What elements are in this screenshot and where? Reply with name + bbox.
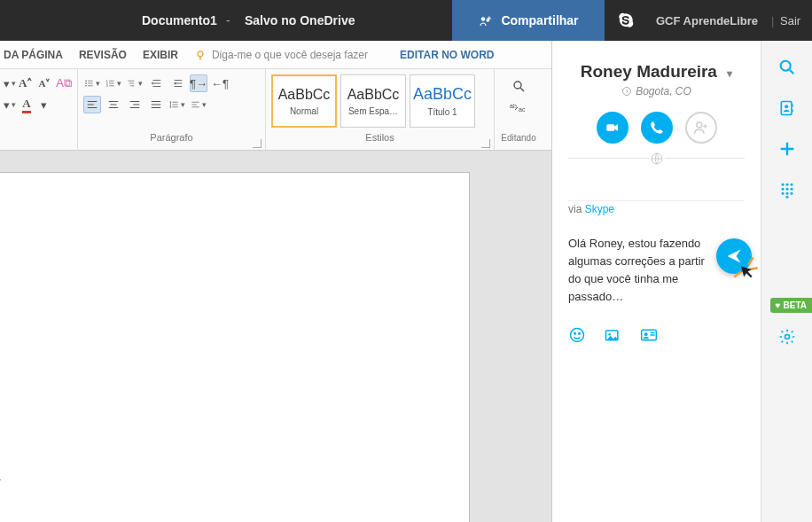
svg-text:3: 3 — [106, 84, 108, 88]
style-normal[interactable]: AaBbCc Normal — [271, 74, 337, 128]
svg-point-0 — [481, 17, 486, 21]
svg-point-27 — [785, 183, 788, 186]
align-left-button[interactable] — [83, 96, 101, 113]
title-separator: - — [226, 13, 230, 27]
svg-point-16 — [571, 328, 584, 341]
paragraph-dialog-launcher[interactable] — [253, 139, 262, 148]
rail-contacts-button[interactable] — [777, 97, 798, 119]
contact-location-text: Bogota, CO — [636, 85, 691, 97]
font-color-chevron[interactable]: ▾ — [39, 96, 48, 113]
style-heading1[interactable]: AaBbCc Título 1 — [410, 74, 475, 128]
contact-card-button[interactable] — [639, 326, 657, 344]
document-text-fragment: a infância — [0, 470, 1, 483]
align-right-button[interactable] — [126, 96, 144, 113]
misc-dropdown[interactable]: ▾ — [5, 96, 14, 113]
video-call-button[interactable] — [597, 112, 629, 144]
message-composer: via Skype Olá Roney, estou fazendo algum… — [568, 203, 745, 307]
globe-icon — [649, 151, 665, 167]
styles-group-label: Estilos — [271, 132, 488, 144]
style-name: Sem Espa… — [341, 106, 405, 116]
document-stage: gital 9 a infância idade — [0, 151, 551, 522]
skype-link[interactable]: Skype — [585, 203, 614, 215]
find-button[interactable] — [508, 78, 529, 94]
phone-icon — [650, 121, 664, 135]
rail-search-button[interactable] — [777, 57, 798, 78]
chevron-down-icon: ▾ — [727, 67, 732, 80]
tell-me-search[interactable]: Diga-me o que você deseja fazer — [194, 49, 368, 61]
styles-dialog-launcher[interactable] — [481, 139, 490, 148]
add-contact-button[interactable] — [685, 112, 717, 144]
share-label: Compartilhar — [501, 13, 578, 27]
svg-point-29 — [781, 188, 784, 191]
svg-point-5 — [85, 85, 87, 87]
grow-font-button[interactable]: A˄ — [18, 74, 34, 92]
svg-point-32 — [781, 192, 784, 195]
numbering-button[interactable]: 123 — [105, 74, 122, 92]
style-sample: AaBbCc — [413, 85, 472, 104]
font-size-dropdown[interactable]: ▾ — [5, 74, 14, 92]
shrink-font-button[interactable]: A˅ — [37, 74, 51, 92]
svg-point-26 — [781, 183, 784, 186]
multilevel-list-button[interactable] — [126, 74, 144, 92]
svg-point-9 — [514, 82, 521, 89]
document-page[interactable]: gital 9 a infância idade — [0, 172, 470, 522]
svg-point-20 — [608, 332, 611, 335]
save-status: Salvo no OneDrive — [245, 13, 355, 27]
font-color-button[interactable]: A — [18, 96, 35, 113]
style-no-spacing[interactable]: AaBbCc Sem Espa… — [340, 74, 406, 128]
editing-group-label: Editando — [501, 133, 535, 144]
rtl-direction-button[interactable]: ←¶ — [211, 74, 229, 92]
ribbon-group-styles: AaBbCc Normal AaBbCc Sem Espa… AaBbCc Tí… — [266, 69, 495, 150]
title-bar: Documento1 - Salvo no OneDrive Compartil… — [0, 0, 812, 41]
rail-settings-button[interactable] — [777, 326, 798, 347]
message-text[interactable]: Olá Roney, estou fazendo algumas correçõ… — [568, 235, 710, 307]
paragraph-group-label: Parágrafo — [83, 132, 260, 144]
line-spacing-button[interactable] — [168, 96, 186, 113]
svg-point-4 — [85, 82, 87, 84]
style-sample: AaBbCc — [278, 87, 331, 103]
special-indent-button[interactable] — [190, 96, 207, 113]
ribbon-group-font: ▾ A˄ A˅ A⧉ ▾ A ▾ — [0, 69, 78, 151]
bullets-button[interactable] — [83, 74, 101, 92]
svg-point-35 — [785, 196, 788, 199]
tab-view[interactable]: EXIBIR — [143, 49, 178, 61]
svg-text:ac: ac — [519, 106, 526, 113]
panel-divider — [568, 158, 745, 159]
decrease-indent-button[interactable] — [147, 74, 165, 92]
svg-point-33 — [785, 192, 788, 195]
attach-image-button[interactable] — [604, 326, 621, 344]
svg-text:ab: ab — [510, 103, 517, 109]
align-center-button[interactable] — [105, 96, 122, 113]
rail-dialpad-button[interactable] — [777, 179, 798, 200]
document-title: Documento1 — [142, 13, 217, 27]
svg-point-23 — [780, 61, 790, 71]
svg-point-25 — [785, 105, 788, 108]
logout-link[interactable]: Sair — [780, 14, 800, 27]
ribbon-group-editing: abac Editando — [495, 69, 543, 150]
tab-page-layout[interactable]: DA PÁGINA — [4, 49, 63, 61]
skype-chat-panel: Roney Madureira ▾ Bogota, CO via Skype O… — [551, 41, 761, 522]
skype-right-rail: ♥ BETA — [761, 41, 812, 522]
ribbon-group-paragraph: 123 ¶→ ←¶ — [78, 69, 266, 150]
beta-text: BETA — [784, 300, 807, 310]
rail-add-button[interactable] — [777, 138, 798, 160]
clear-formatting-button[interactable]: A⧉ — [55, 74, 73, 92]
brand-label: GCF AprendeLibre — [656, 14, 758, 27]
svg-point-18 — [579, 332, 581, 334]
compose-toolbar — [568, 326, 745, 344]
ltr-direction-button[interactable]: ¶→ — [190, 74, 207, 92]
contact-name[interactable]: Roney Madureira ▾ — [552, 62, 761, 82]
skype-button[interactable] — [605, 0, 647, 41]
emoji-button[interactable] — [568, 326, 586, 344]
justify-button[interactable] — [147, 96, 165, 113]
replace-button[interactable]: abac — [508, 99, 529, 115]
heart-icon: ♥ — [776, 300, 781, 310]
click-burst-icon — [730, 254, 761, 284]
audio-call-button[interactable] — [641, 112, 673, 144]
increase-indent-button[interactable] — [168, 74, 186, 92]
edit-in-word-link[interactable]: EDITAR NO WORD — [400, 49, 494, 61]
svg-rect-13 — [606, 124, 614, 131]
share-button[interactable]: Compartilhar — [452, 0, 605, 41]
svg-point-28 — [790, 183, 792, 186]
tab-review[interactable]: REVISÃO — [79, 49, 127, 61]
